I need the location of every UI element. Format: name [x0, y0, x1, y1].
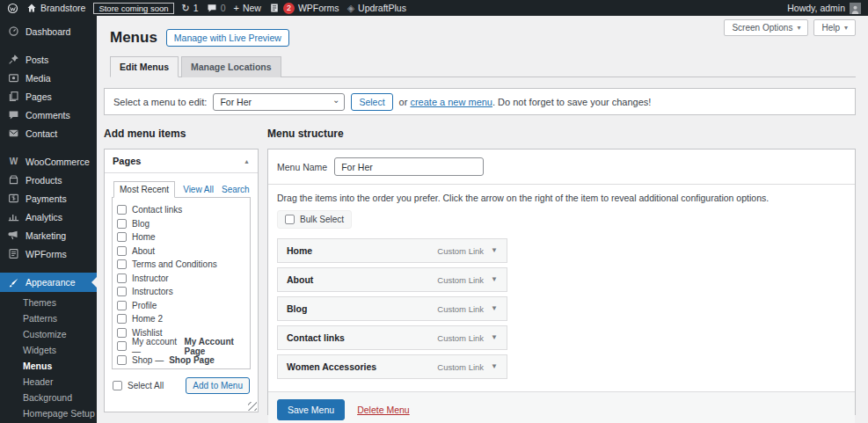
tab-most-recent[interactable]: Most Recent	[113, 181, 175, 198]
page-checkbox[interactable]	[117, 232, 127, 242]
manage-live-preview-button[interactable]: Manage with Live Preview	[166, 29, 289, 47]
page-checkbox[interactable]	[117, 301, 127, 310]
page-checkbox[interactable]	[117, 287, 127, 296]
menu-select-dropdown[interactable]: For Her	[213, 93, 345, 111]
page-checkbox[interactable]	[117, 341, 127, 351]
drag-instructions: Drag the items into the order you prefer…	[277, 193, 846, 203]
page-checkbox[interactable]	[117, 314, 127, 324]
sidebar-item-analytics[interactable]: Analytics	[0, 208, 97, 226]
sidebar-item-comments[interactable]: Comments	[0, 106, 97, 124]
sidebar-item-posts[interactable]: Posts	[0, 50, 97, 69]
sidebar-item-media[interactable]: Media	[0, 69, 97, 87]
new-content-menu[interactable]: + New	[234, 3, 261, 13]
chevron-down-icon: ▾	[797, 25, 800, 32]
select-all-label: Select All	[128, 381, 164, 390]
sidebar-item-dashboard[interactable]: Dashboard	[0, 22, 97, 40]
publishing-actions: Save Menu Delete Menu	[268, 391, 855, 423]
select-all-control[interactable]: Select All	[113, 381, 164, 390]
pages-tabs: Most Recent View All Search	[112, 181, 251, 198]
collapse-icon[interactable]: ▲	[244, 158, 250, 164]
page-checkbox[interactable]	[117, 205, 127, 215]
menu-item-women-accessories[interactable]: Women Accessories Custom Link▼	[277, 354, 507, 379]
page-checkbox[interactable]	[117, 259, 127, 269]
page-checkbox[interactable]	[117, 355, 127, 365]
site-name: Brandstore	[40, 3, 85, 13]
page-checklist: Contact links Blog Home About Terms and …	[112, 197, 251, 369]
page-checkbox[interactable]	[117, 246, 127, 256]
bulk-select-control[interactable]: Bulk Select	[277, 210, 352, 229]
sidebar-item-marketing[interactable]: Marketing	[0, 226, 97, 244]
main-content: Screen Options ▾ Help ▾ Menus Manage wit…	[97, 16, 868, 423]
pages-accordion: Pages ▲ Most Recent View All Search Cont…	[104, 149, 259, 412]
coming-soon-badge[interactable]: Store coming soon	[93, 3, 173, 14]
updraft-label: UpdraftPlus	[358, 3, 406, 13]
page-checkbox-row: Home 2	[117, 312, 245, 326]
submenu-item-widgets[interactable]: Widgets	[0, 343, 97, 359]
sidebar-item-contact[interactable]: Contact	[0, 124, 97, 142]
avatar[interactable]	[850, 3, 861, 14]
screen-options-button[interactable]: Screen Options ▾	[724, 19, 808, 36]
wpforms-menu[interactable]: 2 WPForms	[269, 3, 339, 14]
expand-item-icon[interactable]: ▼	[491, 276, 498, 283]
wordpress-logo-icon[interactable]	[7, 3, 18, 14]
save-menu-button[interactable]: Save Menu	[277, 399, 345, 420]
select-button[interactable]: Select	[351, 93, 392, 111]
sidebar-item-payments[interactable]: Payments	[0, 189, 97, 208]
item-type-label: Custom Link	[437, 333, 484, 343]
bulk-select-label: Bulk Select	[300, 215, 344, 224]
wpforms-icon	[269, 3, 280, 13]
site-menu[interactable]: Brandstore	[26, 3, 85, 13]
menu-item-contact-links[interactable]: Contact links Custom Link▼	[277, 325, 507, 350]
comments-menu[interactable]: 0	[207, 3, 226, 13]
submenu-item-customize[interactable]: Customize	[0, 327, 97, 343]
sidebar-item-pages[interactable]: Pages	[0, 87, 97, 106]
add-to-menu-button[interactable]: Add to Menu	[186, 377, 250, 394]
submenu-item-patterns[interactable]: Patterns	[0, 311, 97, 327]
expand-item-icon[interactable]: ▼	[491, 334, 498, 341]
menu-item-home[interactable]: Home Custom Link▼	[277, 238, 507, 263]
menu-items-list: Home Custom Link▼ About Custom Link▼ Blo…	[277, 238, 507, 379]
page-checkbox-row: My account — My Account Page	[117, 339, 245, 354]
item-type-label: Custom Link	[437, 246, 484, 256]
bulk-select-checkbox[interactable]	[285, 215, 295, 224]
menu-item-about[interactable]: About Custom Link▼	[277, 267, 507, 292]
sidebar-item-appearance[interactable]: Appearance	[0, 273, 97, 292]
or-create-text: or create a new menu. Do not forget to s…	[399, 97, 652, 107]
page-checkbox[interactable]	[117, 273, 127, 283]
submenu-item-menus[interactable]: Menus	[0, 359, 97, 375]
submenu-item-header[interactable]: Header	[0, 375, 97, 390]
tab-search[interactable]: Search	[222, 185, 250, 198]
sidebar-item-woocommerce[interactable]: W WooCommerce	[0, 152, 97, 171]
updates-menu[interactable]: ↻ 1	[182, 3, 199, 13]
pages-accordion-header[interactable]: Pages ▲	[105, 150, 258, 173]
expand-item-icon[interactable]: ▼	[491, 305, 498, 312]
page-checkbox[interactable]	[117, 328, 127, 338]
admin-sidebar: Dashboard Posts Media Pages Comments Con…	[0, 16, 97, 423]
expand-item-icon[interactable]: ▼	[491, 247, 498, 254]
tab-edit-menus[interactable]: Edit Menus	[110, 56, 179, 77]
submenu-item-background[interactable]: Background	[0, 390, 97, 406]
sidebar-item-wpforms[interactable]: WPForms	[0, 244, 97, 263]
nav-tabs: Edit Menus Manage Locations	[110, 55, 856, 77]
page-checkbox[interactable]	[117, 219, 127, 229]
resize-handle[interactable]	[248, 402, 257, 411]
sidebar-item-products[interactable]: Products	[0, 171, 97, 189]
create-new-menu-link[interactable]: create a new menu	[410, 97, 492, 107]
menu-name-input[interactable]	[334, 157, 484, 176]
page-checkbox-row: Profile	[117, 299, 245, 313]
admin-bar: Brandstore Store coming soon ↻ 1 0 + New…	[0, 0, 868, 16]
delete-menu-link[interactable]: Delete Menu	[357, 405, 410, 415]
select-all-checkbox[interactable]	[113, 381, 122, 390]
page-title: Menus	[110, 29, 157, 47]
submenu-item-homepage-setup[interactable]: Homepage Setup	[0, 406, 97, 422]
current-menu-arrow	[86, 277, 97, 288]
submenu-item-themes[interactable]: Themes	[0, 295, 97, 311]
help-button[interactable]: Help ▾	[813, 19, 856, 36]
tab-manage-locations[interactable]: Manage Locations	[181, 56, 281, 77]
expand-item-icon[interactable]: ▼	[491, 363, 498, 370]
updraftplus-menu[interactable]: ◈ UpdraftPlus	[347, 3, 406, 13]
plus-icon: +	[234, 4, 239, 13]
menu-item-blog[interactable]: Blog Custom Link▼	[277, 296, 507, 321]
tab-view-all[interactable]: View All	[183, 185, 214, 198]
howdy-admin[interactable]: Howdy, admin	[787, 3, 845, 13]
